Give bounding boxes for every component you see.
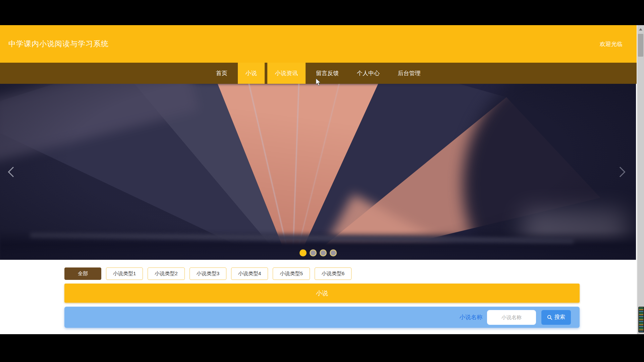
filter-type4-button[interactable]: 小说类型4 (231, 267, 268, 280)
screen: 中学课内小说阅读与学习系统 欢迎光临 首页 小说 小说资讯 留言反馈 个人中心 … (0, 0, 644, 362)
hero-carousel (0, 84, 636, 260)
content-area: 全部 小说类型1 小说类型2 小说类型3 小说类型4 小说类型5 小说类型6 小… (64, 260, 580, 328)
scroll-up-button[interactable] (637, 25, 644, 33)
mouse-cursor (316, 78, 321, 86)
filter-type6-button[interactable]: 小说类型6 (315, 267, 352, 280)
site-title: 中学课内小说阅读与学习系统 (8, 39, 109, 49)
nav-item-personal-center[interactable]: 个人中心 (349, 63, 387, 84)
filter-type3-button[interactable]: 小说类型3 (190, 267, 226, 280)
search-button[interactable]: 搜索 (541, 310, 571, 325)
nav-item-home[interactable]: 首页 (208, 63, 235, 84)
carousel-dot-2[interactable] (310, 249, 317, 256)
nav-item-novel[interactable]: 小说 (238, 63, 265, 84)
browser-page: 中学课内小说阅读与学习系统 欢迎光临 首页 小说 小说资讯 留言反馈 个人中心 … (0, 25, 637, 334)
nav-item-admin[interactable]: 后台管理 (390, 63, 428, 84)
video-scrubber-thumbnail (638, 307, 644, 333)
welcome-text: 欢迎光临 (600, 40, 623, 48)
novel-type-filter-row: 全部 小说类型1 小说类型2 小说类型3 小说类型4 小说类型5 小说类型6 (64, 267, 580, 280)
novel-name-input[interactable] (487, 310, 536, 325)
search-label: 小说名称 (460, 313, 482, 321)
triangle-up-icon (639, 28, 642, 31)
scrollbar-track[interactable] (637, 25, 644, 334)
carousel-dot-1[interactable] (300, 249, 307, 256)
magnifier-icon (547, 315, 552, 320)
site-header: 中学课内小说阅读与学习系统 欢迎光临 (0, 25, 637, 63)
filter-type5-button[interactable]: 小说类型5 (273, 267, 310, 280)
filter-all-button[interactable]: 全部 (64, 267, 101, 280)
carousel-dot-3[interactable] (320, 249, 327, 256)
section-banner-novel: 小说 (64, 284, 580, 303)
carousel-dot-4[interactable] (330, 249, 337, 256)
search-button-label: 搜索 (554, 314, 565, 321)
novel-search-bar: 小说名称 搜索 (64, 307, 580, 328)
nav-item-novel-news[interactable]: 小说资讯 (267, 63, 306, 84)
scrollbar-thumb[interactable] (638, 34, 643, 57)
filter-type1-button[interactable]: 小说类型1 (106, 267, 143, 280)
filter-type2-button[interactable]: 小说类型2 (148, 267, 184, 280)
nav-item-feedback[interactable]: 留言反馈 (308, 63, 346, 84)
carousel-dots (0, 249, 636, 256)
